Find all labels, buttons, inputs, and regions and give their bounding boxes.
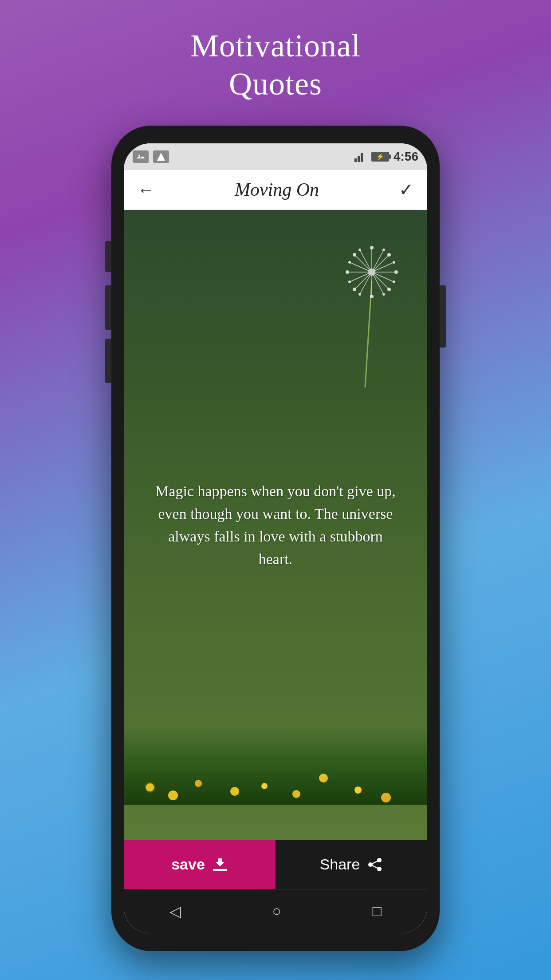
svg-line-13	[372, 255, 389, 272]
status-icons-left	[133, 150, 169, 163]
quote-text: Magic happens when you don't give up, ev…	[124, 462, 427, 588]
svg-point-29	[387, 253, 391, 257]
svg-line-22	[360, 272, 372, 294]
svg-point-30	[353, 288, 356, 291]
svg-point-28	[353, 253, 356, 257]
svg-rect-4	[361, 153, 363, 162]
svg-point-40	[368, 269, 375, 276]
svg-line-20	[360, 250, 372, 272]
svg-line-16	[350, 262, 372, 272]
screen-title: Moving On	[235, 179, 319, 200]
svg-line-12	[354, 255, 372, 272]
svg-point-26	[346, 270, 349, 274]
svg-point-31	[387, 288, 391, 291]
svg-line-46	[370, 860, 379, 865]
status-time: 4:56	[394, 150, 418, 164]
svg-point-33	[393, 261, 395, 264]
phone-frame: ⚡ 4:56 ← Moving On ✓	[111, 126, 440, 951]
phone-button-top	[105, 241, 111, 272]
back-button[interactable]: ←	[137, 179, 155, 200]
svg-rect-41	[213, 869, 227, 871]
status-icons-right: ⚡ 4:56	[354, 150, 418, 164]
image-icon	[133, 150, 149, 163]
svg-line-18	[350, 272, 372, 282]
svg-line-47	[370, 865, 379, 869]
download-icon	[212, 857, 228, 873]
phone-button-power	[440, 285, 446, 348]
app-title: Motivational Quotes	[190, 27, 361, 103]
save-button[interactable]: save	[124, 840, 276, 889]
svg-point-27	[394, 270, 398, 274]
svg-rect-5	[364, 151, 366, 162]
app-title-area: Motivational Quotes	[190, 0, 361, 126]
svg-point-32	[348, 261, 351, 264]
svg-point-24	[370, 246, 374, 249]
home-nav-button[interactable]: ○	[272, 903, 281, 920]
status-bar: ⚡ 4:56	[124, 143, 427, 170]
svg-point-38	[358, 293, 361, 296]
svg-point-25	[370, 295, 374, 298]
svg-point-35	[393, 281, 395, 283]
share-icon	[367, 857, 383, 873]
recent-nav-button[interactable]: □	[373, 903, 382, 920]
svg-line-19	[372, 272, 394, 282]
svg-line-21	[372, 250, 384, 272]
back-nav-button[interactable]: ◁	[169, 902, 181, 920]
svg-point-34	[348, 281, 351, 283]
dandelion-image	[330, 228, 401, 387]
phone-screen: ⚡ 4:56 ← Moving On ✓	[124, 143, 427, 933]
svg-point-1	[138, 155, 140, 157]
svg-rect-3	[358, 156, 360, 162]
svg-line-23	[372, 272, 384, 294]
share-button[interactable]: Share	[276, 840, 427, 889]
svg-point-36	[358, 249, 361, 251]
navigation-bar: ◁ ○ □	[124, 889, 427, 933]
svg-point-39	[382, 293, 385, 296]
battery-icon: ⚡	[371, 152, 389, 162]
svg-rect-2	[354, 158, 357, 162]
svg-rect-0	[136, 153, 145, 160]
share-label: Share	[320, 856, 360, 873]
svg-line-14	[354, 272, 372, 289]
notification-icon	[153, 150, 169, 163]
quote-image-area: Magic happens when you don't give up, ev…	[124, 210, 427, 840]
signal-bars-icon	[354, 151, 367, 162]
svg-line-17	[372, 262, 394, 272]
svg-point-37	[382, 249, 385, 251]
svg-line-15	[372, 272, 389, 289]
action-bar: save Share	[124, 840, 427, 889]
app-bar: ← Moving On ✓	[124, 170, 427, 210]
svg-marker-42	[216, 858, 224, 866]
confirm-button[interactable]: ✓	[399, 179, 414, 200]
phone-button-vol-down	[105, 339, 111, 383]
phone-button-vol-up	[105, 285, 111, 330]
save-label: save	[171, 856, 205, 873]
